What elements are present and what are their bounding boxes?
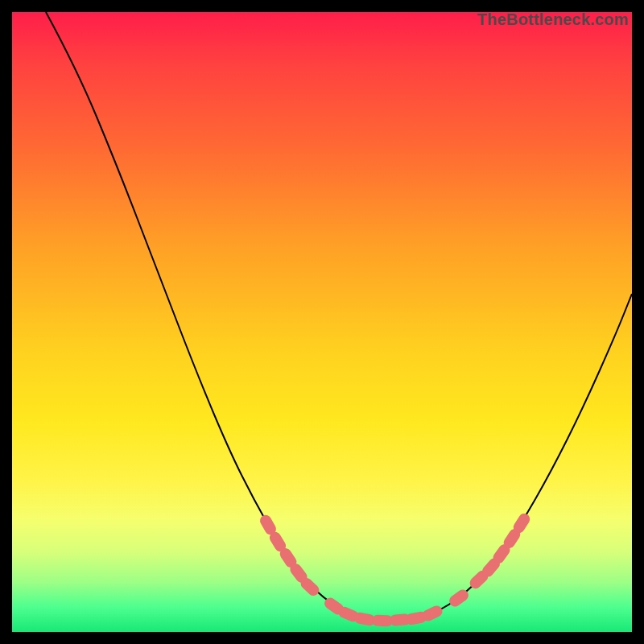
chart-frame: TheBottleneck.com bbox=[12, 12, 632, 632]
bottleneck-chart bbox=[12, 12, 632, 632]
marker-group bbox=[258, 511, 531, 626]
bottleneck-curve-path bbox=[46, 12, 632, 620]
